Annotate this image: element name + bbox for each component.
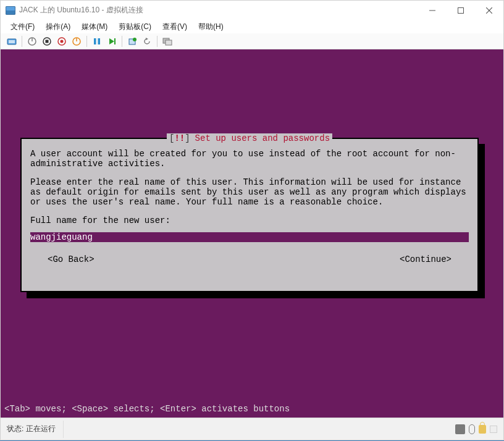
close-button[interactable]	[475, 1, 503, 20]
help-bar: <Tab> moves; <Space> selects; <Enter> ac…	[4, 404, 290, 414]
svg-rect-5	[9, 40, 15, 43]
menu-file[interactable]: 文件(F)	[6, 20, 40, 33]
keyboard-icon	[455, 424, 465, 434]
revert-button[interactable]	[140, 35, 154, 48]
start-button[interactable]	[25, 35, 40, 48]
svg-rect-1	[458, 7, 464, 13]
lock-icon	[479, 425, 486, 434]
dialog-paragraph-2: Please enter the real name of this user.…	[30, 177, 469, 207]
status-divider	[63, 421, 64, 438]
svg-rect-14	[94, 38, 96, 44]
menu-view[interactable]: 查看(V)	[158, 20, 192, 33]
menubar: 文件(F) 操作(A) 媒体(M) 剪贴板(C) 查看(V) 帮助(H)	[1, 20, 503, 33]
pause-button[interactable]	[90, 35, 104, 48]
status-bar: 状态: 正在运行	[1, 418, 503, 440]
dialog-title-text: Set up users and passwords	[195, 133, 330, 143]
minimize-button[interactable]	[418, 1, 447, 20]
reset-button[interactable]	[104, 35, 119, 48]
enhanced-session-button[interactable]	[160, 35, 175, 48]
svg-marker-20	[146, 38, 148, 40]
status-icons	[455, 424, 497, 434]
menu-media[interactable]: 媒体(M)	[77, 20, 112, 33]
mouse-icon	[469, 424, 475, 434]
toolbar-separator	[157, 36, 158, 47]
window-controls	[418, 1, 503, 20]
fullname-input[interactable]: wangjieguang	[30, 232, 469, 242]
shutdown-button[interactable]	[54, 35, 69, 48]
fullname-prompt: Full name for the new user:	[30, 216, 469, 225]
ctrl-alt-del-button[interactable]	[4, 35, 19, 48]
toolbar-separator	[86, 36, 87, 47]
fullname-input-value: wangjieguang	[30, 232, 93, 242]
checkpoint-button[interactable]	[125, 35, 140, 48]
toolbar	[1, 33, 503, 49]
dialog-title: [ !! ] Set up users and passwords	[167, 133, 332, 143]
menu-action[interactable]: 操作(A)	[41, 20, 75, 33]
title-bracket: ]	[185, 133, 190, 143]
display-config-icon[interactable]	[490, 426, 497, 433]
vm-connection-window: JACK 上的 Ubuntu16.10 - 虚拟机连接 文件(F) 操作(A) …	[0, 0, 504, 440]
save-button[interactable]	[69, 35, 84, 48]
menu-help[interactable]: 帮助(H)	[193, 20, 229, 33]
turnoff-button[interactable]	[40, 35, 54, 48]
svg-rect-15	[98, 38, 101, 44]
dialog-paragraph-1: A user account will be created for you t…	[30, 149, 469, 169]
svg-marker-16	[109, 38, 114, 44]
input-remainder	[93, 232, 469, 242]
status-text: 状态: 正在运行	[7, 424, 56, 434]
svg-rect-22	[166, 40, 172, 45]
titlebar: JACK 上的 Ubuntu16.10 - 虚拟机连接	[1, 1, 503, 20]
app-icon	[6, 6, 15, 15]
window-title: JACK 上的 Ubuntu16.10 - 虚拟机连接	[19, 5, 143, 15]
title-bang: !!	[174, 133, 185, 143]
continue-button[interactable]: <Continue>	[400, 254, 452, 264]
svg-point-19	[133, 38, 136, 41]
maximize-button[interactable]	[447, 1, 475, 20]
svg-point-11	[61, 40, 64, 43]
toolbar-separator	[22, 36, 22, 47]
toolbar-separator	[122, 36, 122, 47]
svg-rect-17	[114, 38, 116, 44]
title-bracket: [	[169, 133, 174, 143]
go-back-button[interactable]: <Go Back>	[48, 254, 94, 264]
installer-dialog: [ !! ] Set up users and passwords A user…	[20, 138, 479, 292]
svg-rect-9	[46, 40, 49, 43]
vm-display[interactable]: [ !! ] Set up users and passwords A user…	[1, 49, 503, 418]
menu-clipboard[interactable]: 剪贴板(C)	[114, 20, 156, 33]
